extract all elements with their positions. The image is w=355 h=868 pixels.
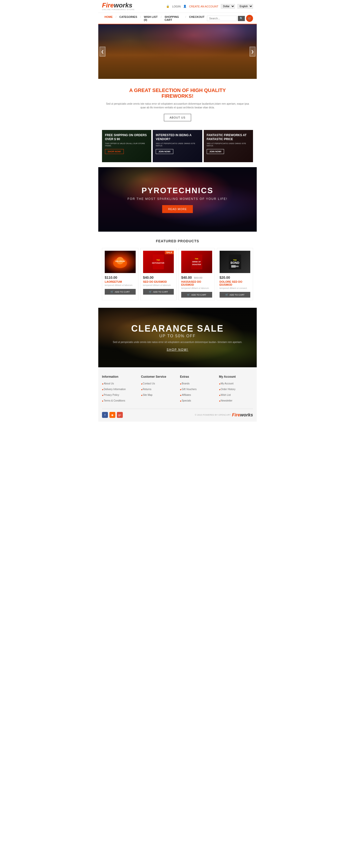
about-us-button[interactable]: ABOUT US (164, 114, 191, 121)
footer-link-terms[interactable]: Terms & Conditions (102, 399, 125, 402)
footer-col-extras-title: Extras (180, 375, 214, 378)
product-image-1: DELIRIUM (105, 251, 136, 273)
language-select[interactable]: English (238, 4, 253, 9)
footer-link-about[interactable]: About Us (102, 382, 114, 385)
promo-box-3[interactable]: FANTASTIC FIREWORKS AT FANTASTIC PRICE S… (204, 130, 253, 162)
add-to-cart-button-3[interactable]: 🛒 ADD TO CART (181, 292, 212, 298)
hero-prev-button[interactable]: ❮ (100, 46, 105, 57)
product-price-4: $20.00 (220, 276, 251, 279)
google-plus-icon[interactable]: g+ (117, 412, 123, 418)
footer-col-customer-service: Customer Service Contact Us Returns Site… (141, 375, 175, 404)
nav-checkout[interactable]: CHECKOUT (187, 13, 207, 24)
promo-box-3-btn[interactable]: JOIN NOW! (207, 149, 224, 154)
footer-link-wish-list[interactable]: Wish List (219, 394, 231, 396)
footer-col-my-account: My Account My Account Order History Wish… (219, 375, 253, 404)
add-to-cart-button-1[interactable]: 🛒 ADD TO CART (105, 289, 136, 294)
product-desc-4: tempered diblant ut consect. (220, 287, 251, 289)
promo-box-1-sub: THIS OFFER IS VALID ON ALL OUR STORE ITE… (105, 142, 148, 147)
svg-text:TNK: TNK (156, 259, 160, 261)
footer-link-specials[interactable]: Specials (180, 399, 191, 402)
product-card-2: SALE TNK DETONATOR $40.00 SED DO EIUSMOD… (140, 248, 177, 300)
footer-link-gift-vouchers[interactable]: Gift Vouchers (180, 388, 197, 391)
footer-link-newsletter[interactable]: Newsletter (219, 399, 233, 402)
footer-copyright: © 2015 POWERED BY OPENCART (195, 414, 231, 416)
nav-sep-4: / (185, 13, 187, 24)
intro-description: Sed ut perspiciatis unde omnis iste natu… (103, 102, 252, 110)
clearance-description: Sed ut perspiciatis unde omnis iste natu… (113, 341, 242, 343)
footer-link-order-history[interactable]: Order History (219, 388, 236, 391)
nav-search: 🔍 🛒 (207, 15, 253, 22)
promo-boxes: FREE SHIPPING ON ORDERS OVER $ 90 THIS O… (98, 127, 257, 167)
promo-box-3-sub: SED UT PERSPICIATIS UNDE OMNIS ISTE NATU… (207, 142, 250, 147)
svg-rect-14 (236, 266, 239, 267)
cart-icon-2: 🛒 (149, 290, 152, 293)
currency-select[interactable]: Dollar (221, 4, 235, 9)
product-name-3: HASSASED DO EIUSMOD (181, 280, 212, 286)
promo-box-1[interactable]: FREE SHIPPING ON ORDERS OVER $ 90 THIS O… (102, 130, 151, 162)
nav-categories[interactable]: CATEGORIES (117, 13, 140, 24)
promo-box-2-title: INTERESTED IN BEING A VENDOR? (156, 133, 199, 141)
product-card-4: TNK BOND $20.00 DOLORE SED DO EIUSMOD te… (217, 248, 253, 300)
footer-logo: © 2015 POWERED BY OPENCART Fireworks (195, 412, 253, 417)
product-price-3: $40.00 $60.00 (181, 276, 212, 279)
product-img-svg-4: TNK BOND (227, 253, 242, 271)
promo-box-2-btn[interactable]: JOIN NOW! (156, 149, 173, 154)
footer-link-returns[interactable]: Returns (141, 388, 151, 391)
add-to-cart-button-4[interactable]: 🛒 ADD TO CART (220, 292, 251, 298)
footer-link-my-account[interactable]: My Account (219, 382, 234, 385)
footer-link-privacy[interactable]: Privacy Policy (102, 394, 119, 396)
product-img-svg-2: TNK DETONATOR (151, 253, 165, 271)
footer-columns: Information About Us Delivery Informatio… (102, 375, 253, 404)
promo-box-1-btn[interactable]: SHOR NOW! (105, 149, 124, 154)
footer-link-contact[interactable]: Contact Us (141, 382, 155, 385)
logo[interactable]: Fireworks ONLINE FIREWORKS STORE (102, 2, 135, 11)
login-link[interactable]: LOGIN (172, 5, 180, 8)
promo-box-1-title: FREE SHIPPING ON ORDERS OVER $ 90 (105, 133, 148, 141)
footer-social: f ◉ g+ (102, 412, 123, 418)
pyro-content: PYROTECHNICS FOR THE MOST SPARKLING MOME… (128, 186, 227, 213)
promo-box-2[interactable]: INTERESTED IN BEING A VENDOR? SED UT PER… (153, 130, 202, 162)
rss-icon[interactable]: ◉ (109, 412, 115, 418)
promo-box-2-sub: SED UT PERSPICIATIS UNDE OMNIS ISTE NATU… (156, 142, 199, 147)
clearance-content: CLEARANCE SALE UP TO 50% OFF Sed ut pers… (113, 323, 242, 352)
add-to-cart-button-2[interactable]: 🛒 ADD TO CART (143, 289, 174, 294)
hero-next-button[interactable]: ❯ (250, 46, 255, 57)
product-price-1: $110.00 (105, 276, 136, 279)
cart-button[interactable]: 🛒 (246, 15, 253, 22)
footer-link-delivery[interactable]: Delivery Information (102, 388, 126, 391)
footer: Information About Us Delivery Informatio… (98, 367, 257, 422)
create-account-link[interactable]: CREATE AN ACCOUNT (189, 5, 218, 8)
user-icon: 👤 (183, 5, 187, 8)
products-grid: DELIRIUM $110.00 LAOREETUM tempered dibl… (102, 248, 253, 300)
header: Fireworks ONLINE FIREWORKS STORE 🔒 LOGIN… (98, 0, 257, 24)
product-image-4: TNK BOND (220, 251, 251, 273)
footer-bottom: f ◉ g+ © 2015 POWERED BY OPENCART Firewo… (102, 409, 253, 418)
product-price-2: $40.00 (143, 276, 174, 279)
footer-link-sitemap[interactable]: Site Map (141, 394, 152, 396)
footer-col-information-title: Information (102, 375, 136, 378)
search-button[interactable]: 🔍 (238, 16, 245, 21)
nav-cart[interactable]: SHOPPING CART (162, 13, 185, 24)
main-nav: HOME / CATEGORIES / WISH LIST (0) / SHOP… (98, 13, 257, 24)
facebook-icon[interactable]: f (102, 412, 108, 418)
cart-icon-1: 🛒 (110, 290, 113, 293)
svg-text:DISASTER: DISASTER (192, 264, 201, 266)
nav-wishlist[interactable]: WISH LIST (0) (141, 13, 161, 24)
svg-rect-13 (231, 265, 236, 268)
svg-text:DETONATOR: DETONATOR (152, 262, 165, 264)
nav-home[interactable]: HOME (102, 13, 115, 24)
nav-links: HOME / CATEGORIES / WISH LIST (0) / SHOP… (102, 13, 207, 24)
footer-col-customer-service-links: Contact Us Returns Site Map (141, 381, 175, 397)
pyro-banner: PYROTECHNICS FOR THE MOST SPARKLING MOME… (98, 167, 257, 231)
nav-sep-2: / (140, 13, 141, 24)
product-desc-3: tempered diblant ut laborum (181, 287, 212, 289)
svg-text:TNK: TNK (195, 258, 198, 260)
search-input[interactable] (207, 16, 237, 21)
product-name-4: DOLORE SED DO EIUSMOD (220, 280, 251, 286)
pyro-read-more-button[interactable]: READ MORE (162, 205, 193, 213)
footer-link-affiliates[interactable]: Affiliates (180, 394, 191, 396)
clearance-shop-now-button[interactable]: SHOP NOW! (167, 348, 188, 351)
hero-building (98, 39, 257, 79)
footer-link-brands[interactable]: Brands (180, 382, 190, 385)
product-name-1: LAOREETUM (105, 280, 136, 283)
